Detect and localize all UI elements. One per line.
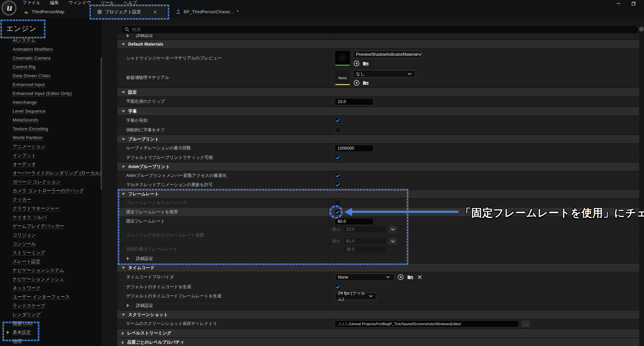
tab-thirdpersonmap[interactable]: ThirdPersonMap bbox=[20, 6, 68, 18]
sidebar-item[interactable]: アニメーション bbox=[13, 142, 99, 151]
menu-item-4[interactable]: ヘルプ bbox=[119, 0, 142, 5]
section-header-blueprints[interactable]: ブループリント bbox=[117, 135, 639, 144]
menu-item-0[interactable]: ファイル bbox=[18, 0, 45, 5]
sidebar-item[interactable]: Interchange bbox=[13, 98, 99, 107]
sidebar-item[interactable]: MetaSounds bbox=[13, 116, 99, 125]
sidebar-item[interactable]: ゲームプレイデバッガー bbox=[13, 222, 99, 231]
collapse-arrow-icon[interactable] bbox=[122, 166, 125, 168]
use-selected-asset-icon[interactable] bbox=[397, 274, 404, 281]
expand-arrow-icon[interactable] bbox=[127, 34, 129, 37]
sidebar-item[interactable]: Animation Modifiers bbox=[13, 45, 99, 54]
expand-arrow-icon[interactable] bbox=[122, 341, 124, 344]
expand-arrow-icon[interactable] bbox=[7, 331, 9, 334]
restore-button[interactable] bbox=[631, 1, 636, 5]
sidebar-item[interactable]: クッカー bbox=[13, 195, 99, 204]
sidebar-item[interactable]: ランドスケープ bbox=[13, 301, 99, 310]
sidebar-item[interactable]: ケイオス ソルバ bbox=[13, 213, 99, 222]
browse-to-asset-icon[interactable] bbox=[362, 60, 369, 67]
browse-directory-button[interactable]: ... bbox=[522, 320, 530, 327]
collapse-arrow-icon[interactable] bbox=[122, 267, 125, 269]
menu-item-1[interactable]: 編集 bbox=[45, 0, 64, 5]
sidebar-item[interactable]: オーバーライドのレンダリング (ローカル) bbox=[13, 169, 99, 178]
row-advanced-settings[interactable]: 詳細設定 bbox=[117, 34, 639, 40]
generate-default-timecode-frame-rate-dropdown[interactable]: 24 fps (フィルム) bbox=[335, 293, 377, 300]
sidebar-item[interactable]: Cinematic Camera bbox=[13, 54, 99, 63]
browse-to-asset-icon[interactable] bbox=[362, 79, 369, 86]
row-advanced-settings[interactable]: 詳細設定 bbox=[117, 254, 639, 263]
sidebar-item-physics[interactable]: 物理 bbox=[13, 337, 99, 346]
sidebar-item[interactable]: AIシステム bbox=[13, 36, 99, 45]
search-input[interactable] bbox=[132, 27, 635, 32]
sidebar-item[interactable]: Data Driven CVars bbox=[13, 71, 99, 80]
generate-default-timecode-checkbox[interactable] bbox=[335, 284, 341, 290]
expand-arrow-icon[interactable] bbox=[127, 304, 129, 307]
clear-icon[interactable] bbox=[416, 274, 423, 281]
section-header-default-materials[interactable]: Default Materials bbox=[117, 40, 639, 49]
collapse-arrow-icon[interactable] bbox=[122, 110, 125, 113]
use-selected-asset-icon[interactable] bbox=[353, 60, 360, 67]
sidebar-item[interactable]: Control Rig bbox=[13, 63, 99, 71]
sidebar-item[interactable]: スレート設定 bbox=[13, 257, 99, 266]
collapse-arrow-icon[interactable] bbox=[122, 314, 125, 316]
row-advanced-settings[interactable]: 詳細設定 bbox=[117, 301, 639, 310]
sidebar-item[interactable]: ユーザー インターフェース bbox=[13, 293, 99, 301]
sidebar-item[interactable]: Enhanced Input bbox=[13, 80, 99, 89]
collapse-arrow-icon[interactable] bbox=[122, 138, 125, 141]
game-screenshot-save-directory-input[interactable]: ../../../../Unreal Projects/ForBlogP_Tic… bbox=[335, 320, 519, 327]
sidebar-item[interactable]: Level Sequence bbox=[13, 107, 99, 116]
sidebar-item[interactable]: ストリーミング bbox=[13, 248, 99, 257]
sidebar-item[interactable]: オーディオ bbox=[13, 160, 99, 169]
collapse-arrow-icon[interactable] bbox=[122, 91, 125, 94]
destructible-physics-material-dropdown[interactable]: なし bbox=[353, 70, 416, 78]
sidebar-item[interactable]: カメラ コントローラーのデバッグ bbox=[13, 186, 99, 195]
sidebar-item[interactable]: ナビゲーションメッシュ bbox=[13, 275, 99, 284]
sidebar-item[interactable]: Enhanced Input (Editor Only) bbox=[13, 89, 99, 98]
sidebar-item[interactable]: World Partition bbox=[13, 133, 99, 142]
smoothed-frame-rate-range-minimum-dropdown-button[interactable] bbox=[389, 226, 397, 233]
collapse-arrow-icon[interactable] bbox=[122, 193, 125, 195]
timecode-provider-dropdown[interactable]: None bbox=[335, 274, 394, 281]
section-header-timecode[interactable]: タイムコード bbox=[117, 263, 639, 272]
sidebar-item[interactable]: ネットワーク bbox=[13, 284, 99, 293]
unreal-logo[interactable]: u bbox=[2, 1, 16, 15]
sidebar-item[interactable]: レンダリング bbox=[13, 310, 99, 319]
sidebar-item[interactable]: インプット bbox=[13, 151, 99, 160]
collapse-arrow-icon[interactable] bbox=[122, 43, 125, 46]
sidebar-item[interactable]: ナビゲーションシステム bbox=[13, 266, 99, 275]
near-clip-plane-input[interactable] bbox=[335, 98, 373, 105]
minimize-button[interactable] bbox=[616, 1, 621, 5]
tab-bp-thirdpersoncharacter[interactable]: BP_ThirdPersonCharac... * bbox=[172, 6, 242, 18]
gear-icon[interactable] bbox=[639, 26, 644, 32]
max-loop-iterations-input[interactable] bbox=[335, 145, 373, 152]
section-header-settings[interactable]: 設定 bbox=[117, 88, 639, 97]
use-fixed-frame-rate-checkbox[interactable] bbox=[335, 209, 341, 215]
sidebar-item[interactable]: コンソール bbox=[13, 240, 99, 248]
section-header-frame-rate[interactable]: フレームレート bbox=[117, 190, 639, 198]
can-tick-in-blueprint-by-default-checkbox[interactable] bbox=[335, 155, 341, 161]
fixed-frame-rate-input[interactable] bbox=[335, 218, 373, 225]
sidebar-item[interactable]: ガベージ コレクション bbox=[13, 178, 99, 186]
preview-shadow-indicator-material-dropdown[interactable]: PreviewShadowIndicatorMaterial bbox=[353, 51, 420, 58]
preview-shadow-indicator-material-thumbnail[interactable] bbox=[335, 51, 350, 66]
menu-item-2[interactable]: ウィンドウ bbox=[64, 0, 96, 5]
smoothed-frame-rate-range-maximum-dropdown-button[interactable] bbox=[389, 238, 397, 245]
section-header-anim-blueprints[interactable]: Animブループリント bbox=[117, 162, 639, 171]
destructible-physics-material-thumbnail[interactable]: None bbox=[335, 70, 350, 85]
sidebar-item[interactable]: 階層 LOD bbox=[13, 319, 99, 328]
force-disable-subtitles-checkbox[interactable] bbox=[335, 127, 341, 133]
sidebar-item-basic-settings[interactable]: 基本設定 bbox=[13, 328, 99, 337]
section-header-level-streaming[interactable]: レベルストリーミング bbox=[117, 329, 639, 338]
sidebar-item[interactable]: クラウドマネージャー bbox=[13, 204, 99, 213]
subtitles-enabled-checkbox[interactable] bbox=[335, 118, 341, 123]
use-selected-asset-icon[interactable] bbox=[353, 79, 360, 86]
optimize-anim-bp-member-access-checkbox[interactable] bbox=[335, 173, 341, 179]
expand-arrow-icon[interactable] bbox=[127, 257, 129, 260]
expand-arrow-icon[interactable] bbox=[122, 332, 124, 335]
smooth-frame-rate-checkbox[interactable] bbox=[335, 200, 341, 206]
section-header-subtitles[interactable]: 字幕 bbox=[117, 107, 639, 116]
close-icon[interactable] bbox=[153, 10, 157, 14]
section-header-level-properties-per-quality[interactable]: 品質ごとのレベルプロパティ bbox=[117, 338, 639, 346]
allow-multithreaded-animation-update-checkbox[interactable] bbox=[335, 182, 341, 188]
browse-to-asset-icon[interactable] bbox=[407, 274, 413, 281]
sidebar-item[interactable]: Texture Encoding bbox=[13, 125, 99, 133]
